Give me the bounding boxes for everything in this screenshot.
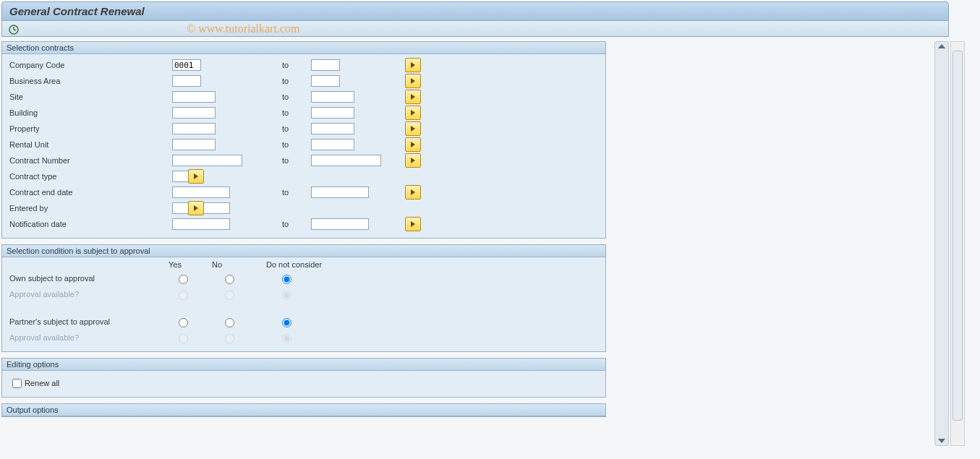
notification-date-from[interactable]	[172, 218, 230, 230]
multiple-selection-button[interactable]	[405, 74, 421, 88]
watermark: © www.tutorialkart.com	[187, 22, 299, 35]
label-own-approval-avail: Approval available?	[9, 290, 172, 299]
partner-approval-dnc	[282, 334, 291, 343]
partner-approval-yes	[179, 334, 188, 343]
vertical-scrollbar-inner[interactable]	[934, 41, 949, 446]
vertical-scrollbar-outer[interactable]	[950, 41, 965, 446]
multiple-selection-button[interactable]	[405, 137, 421, 152]
arrow-right-icon	[411, 94, 415, 100]
building-to[interactable]	[311, 107, 354, 119]
own-approval-yes	[179, 291, 188, 300]
arrow-right-icon	[411, 126, 415, 132]
multiple-selection-button[interactable]	[188, 201, 204, 215]
arrow-right-icon	[194, 173, 198, 179]
label-building: Building	[9, 108, 172, 117]
row-business-area: Business Area to	[9, 73, 601, 89]
to-label: to	[281, 220, 311, 228]
page-title: General Contract Renewal	[1, 1, 949, 21]
row-site: Site to	[9, 89, 601, 105]
building-from[interactable]	[172, 107, 216, 119]
multiple-selection-button[interactable]	[405, 106, 421, 120]
contract-number-to[interactable]	[311, 155, 381, 166]
radio-header: Yes No Do not consider	[169, 260, 601, 269]
group-approval: Selection condition is subject to approv…	[1, 244, 606, 352]
company-code-from[interactable]	[172, 59, 201, 71]
arrow-right-icon	[411, 158, 415, 163]
toolbar: © www.tutorialkart.com	[1, 21, 949, 37]
contract-end-date-from[interactable]	[172, 186, 230, 198]
group-selection-contracts: Selection contracts Company Code to Busi…	[1, 41, 606, 239]
group-editing-options: Editing options Renew all	[1, 358, 606, 398]
multiple-selection-button[interactable]	[405, 121, 421, 136]
arrow-right-icon	[411, 221, 415, 227]
to-label: to	[281, 124, 311, 133]
label-partner-approval-avail: Approval available?	[9, 333, 172, 342]
rental-unit-from[interactable]	[172, 139, 216, 150]
property-to[interactable]	[311, 123, 354, 134]
arrow-right-icon	[411, 62, 415, 68]
row-own-subject: Own subject to approval	[9, 270, 601, 286]
own-subject-dnc[interactable]	[282, 275, 291, 284]
label-entered-by: Entered by	[9, 204, 172, 213]
own-subject-yes[interactable]	[179, 275, 188, 284]
row-own-approval-avail: Approval available?	[9, 286, 601, 302]
partner-subject-dnc[interactable]	[282, 318, 291, 327]
row-rental-unit: Rental Unit to	[9, 137, 601, 153]
renew-all-checkbox[interactable]	[12, 379, 22, 388]
arrow-right-icon	[411, 110, 415, 116]
multiple-selection-button[interactable]	[405, 153, 421, 168]
label-partner-subject: Partner's subject to approval	[9, 317, 172, 326]
row-property: Property to	[9, 121, 601, 137]
content-area: Selection contracts Company Code to Busi…	[1, 41, 949, 446]
row-building: Building to	[9, 105, 601, 121]
execute-icon[interactable]	[8, 24, 20, 35]
partner-subject-no[interactable]	[225, 318, 234, 327]
multiple-selection-button[interactable]	[405, 185, 421, 200]
business-area-to[interactable]	[311, 75, 340, 87]
to-label: to	[281, 61, 311, 69]
own-approval-dnc	[282, 291, 291, 300]
to-label: to	[281, 140, 311, 149]
notification-date-to[interactable]	[311, 218, 369, 230]
property-from[interactable]	[172, 123, 216, 134]
partner-approval-no	[225, 334, 234, 343]
to-label: to	[281, 188, 311, 197]
row-partner-subject: Partner's subject to approval	[9, 314, 601, 330]
row-entered-by: Entered by	[9, 200, 601, 216]
scrollbar-thumb[interactable]	[953, 51, 963, 421]
multiple-selection-button[interactable]	[405, 217, 421, 231]
site-from[interactable]	[172, 91, 216, 103]
to-label: to	[281, 93, 311, 101]
label-own-subject: Own subject to approval	[9, 274, 172, 283]
col-no: No	[212, 260, 266, 269]
row-renew-all: Renew all	[9, 375, 601, 391]
row-company-code: Company Code to	[9, 57, 601, 73]
arrow-right-icon	[411, 189, 415, 195]
row-contract-type: Contract type	[9, 168, 601, 184]
partner-subject-yes[interactable]	[179, 318, 188, 327]
to-label: to	[281, 77, 311, 85]
row-partner-approval-avail: Approval available?	[9, 330, 601, 346]
contract-end-date-to[interactable]	[311, 186, 369, 198]
group-header: Editing options	[2, 359, 605, 371]
own-approval-no	[225, 291, 234, 300]
group-header: Selection contracts	[2, 42, 605, 54]
multiple-selection-button[interactable]	[405, 58, 421, 72]
row-contract-number: Contract Number to	[9, 153, 601, 168]
to-label: to	[281, 108, 311, 117]
rental-unit-to[interactable]	[311, 139, 354, 150]
label-contract-type: Contract type	[9, 172, 172, 181]
label-business-area: Business Area	[9, 77, 172, 85]
contract-number-from[interactable]	[172, 155, 242, 166]
company-code-to[interactable]	[311, 59, 340, 71]
multiple-selection-button[interactable]	[405, 90, 421, 104]
renew-all-label: Renew all	[25, 379, 59, 387]
multiple-selection-button[interactable]	[188, 169, 204, 184]
arrow-right-icon	[194, 205, 198, 211]
own-subject-no[interactable]	[225, 275, 234, 284]
col-dnc: Do not consider	[266, 260, 367, 269]
business-area-from[interactable]	[172, 75, 201, 87]
site-to[interactable]	[311, 91, 354, 103]
label-notification-date: Notification date	[9, 220, 172, 228]
label-contract-number: Contract Number	[9, 156, 172, 165]
